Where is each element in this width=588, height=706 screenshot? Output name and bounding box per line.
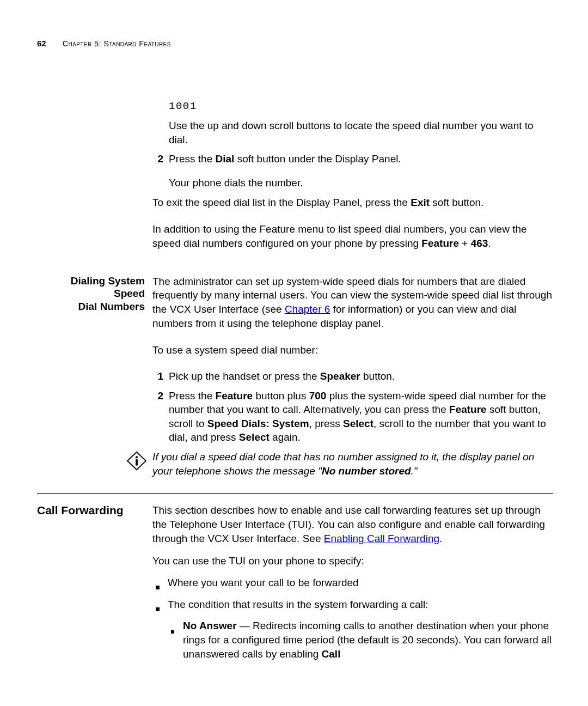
exit-instruction: To exit the speed dial list in the Displ… — [152, 197, 483, 208]
dialing-step2-text: Press the Feature button plus 700 plus t… — [169, 390, 546, 443]
step-2: 2 Press the Dial soft button under the D… — [152, 152, 553, 171]
no-answer-text: No Answer — Redirects incoming calls to … — [183, 620, 552, 659]
svg-rect-2 — [136, 459, 138, 465]
dialing-system-speed-section: Dialing System Speed Dial Numbers The ad… — [37, 275, 553, 448]
step2-result: Your phone dials the number. — [169, 177, 303, 188]
scroll-instruction: Use the up and down scroll buttons to lo… — [169, 120, 534, 145]
dialing-p2: To use a system speed dial number: — [152, 344, 318, 356]
call-forwarding-heading: Call Forwarding — [37, 503, 145, 518]
no-number-stored-note: If you dial a speed dial code that has n… — [152, 451, 534, 477]
dialing-step-1: 1 Pick up the handset or press the Speak… — [152, 369, 553, 384]
call-fwd-p2: You can use the TUI on your phone to spe… — [152, 555, 364, 567]
step-number: 2 — [152, 152, 169, 171]
dialing-step1-text: Pick up the handset or press the Speaker… — [169, 370, 395, 382]
step-number: 1 — [152, 369, 169, 384]
page: 62 Chapter 5: Standard Features 1001 Use… — [0, 0, 588, 706]
bullet-where-forward: Where you want your call to be forwarded — [152, 576, 553, 593]
call-fwd-p1: This section describes how to enable and… — [152, 504, 545, 544]
step-number: 2 — [152, 389, 169, 445]
square-bullet-icon — [171, 630, 174, 634]
dialing-p1: The administrator can set up system-wide… — [152, 276, 552, 329]
bullet-condition: The condition that results in the system… — [152, 598, 553, 615]
square-bullet-icon — [156, 607, 160, 611]
sub-bullet-no-answer: No Answer — Redirects incoming calls to … — [168, 619, 553, 661]
svg-point-1 — [136, 456, 138, 458]
feature-463-note: In addition to using the Feature menu to… — [152, 223, 527, 249]
dialing-step-2: 2 Press the Feature button plus 700 plus… — [152, 389, 553, 445]
enabling-call-forwarding-link[interactable]: Enabling Call Forwarding — [324, 533, 439, 544]
code-sample: 1001 — [169, 100, 197, 112]
bullet1-text: Where you want your call to be forwarded — [168, 577, 359, 588]
section-separator — [37, 493, 553, 494]
call-forwarding-section: Call Forwarding This section describes h… — [37, 503, 553, 665]
dialing-heading-line1: Dialing System Speed — [37, 275, 145, 301]
chapter-6-link[interactable]: Chapter 6 — [285, 303, 330, 315]
chapter-title: Chapter 5: Standard Features — [63, 39, 171, 50]
info-icon — [126, 451, 147, 471]
dialing-heading-line2: Dial Numbers — [37, 300, 145, 313]
bullet2-text: The condition that results in the system… — [168, 599, 428, 610]
step2-text: Press the Dial soft button under the Dis… — [169, 153, 401, 165]
top-content-row: 1001 Use the up and down scroll buttons … — [37, 99, 553, 256]
speed-dial-note-row: If you dial a speed dial code that has n… — [37, 450, 553, 478]
running-header: 62 Chapter 5: Standard Features — [37, 38, 553, 50]
page-number: 62 — [37, 38, 46, 49]
square-bullet-icon — [156, 586, 160, 589]
